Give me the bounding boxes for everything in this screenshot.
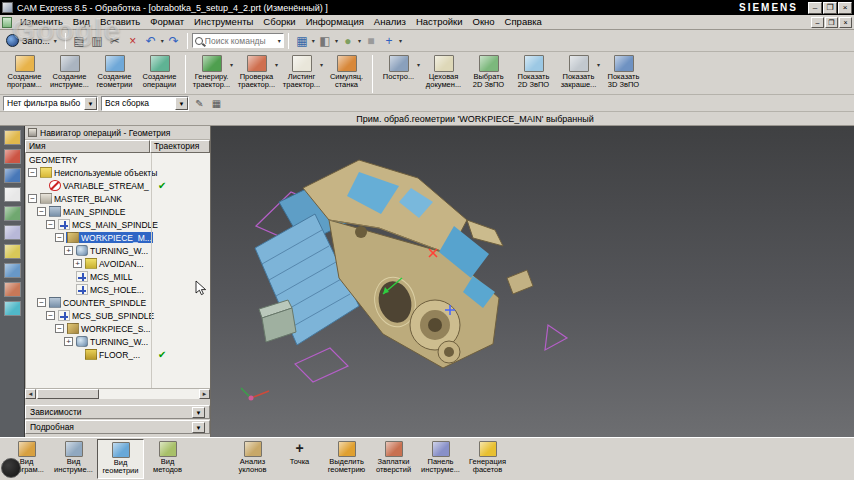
select-geometry-button[interactable]: Выделить геометрию (323, 439, 370, 479)
history-icon[interactable] (4, 263, 21, 278)
tree-row-master-blank[interactable]: −MASTER_BLANK (26, 192, 210, 205)
column-header-toolpath[interactable]: Траектория (150, 140, 210, 153)
chevron-down-icon[interactable]: ▾ (320, 61, 323, 69)
chevron-down-icon[interactable]: ▼ (192, 407, 205, 418)
machine-navigator-icon[interactable] (4, 206, 21, 221)
reuse-library-icon[interactable] (4, 225, 21, 240)
undo-icon[interactable]: ↶ (142, 32, 160, 50)
show-shaded-ipw-button[interactable]: ▾Показать закраше... (556, 53, 601, 94)
csys-display-icon[interactable]: + (380, 32, 398, 50)
tree-row-неиспользуемые-объекты[interactable]: −Неиспользуемые объекты (26, 166, 210, 179)
machining-method-view-button[interactable]: Вид методов (144, 439, 191, 479)
tree-row-floor[interactable]: FLOOR_...✔ (26, 348, 210, 361)
snap-point-icon[interactable]: ▦ (209, 96, 224, 110)
minus-expander[interactable]: − (46, 220, 55, 229)
verify-toolpath-button[interactable]: ▾Проверка траектор... (234, 53, 279, 94)
tree-row-turning-w[interactable]: +TURNING_W... (26, 335, 210, 348)
list-toolpath-button[interactable]: ▾Листинг траектор... (279, 53, 324, 94)
rendering-style-icon[interactable]: ● (339, 32, 357, 50)
minus-expander[interactable]: − (37, 207, 46, 216)
tree-row-mcs-hole[interactable]: MCS_HOLE... (26, 283, 210, 296)
show-3d-ipw-button[interactable]: Показать 3D ЗвПО (601, 53, 646, 94)
horizontal-scrollbar[interactable]: ◄ ► (25, 388, 210, 399)
print-icon[interactable]: ▤ (70, 32, 88, 50)
background-icon[interactable]: ■ (362, 32, 380, 50)
delete-icon[interactable]: × (124, 32, 142, 50)
graphics-viewport[interactable] (211, 126, 854, 437)
operation-navigator-icon[interactable] (4, 187, 21, 202)
shop-docs-button[interactable]: Цеховая докумен... (421, 53, 466, 94)
minus-expander[interactable]: − (55, 233, 64, 242)
create-tool-button[interactable]: Создание инструме... (47, 53, 92, 94)
minimize-button[interactable]: – (808, 2, 822, 14)
chevron-down-icon[interactable]: ▼ (192, 422, 205, 433)
tree-row-variable-stream[interactable]: VARIABLE_STREAM_✔ (26, 179, 210, 192)
mdi-minimize-button[interactable]: – (811, 17, 824, 28)
menu-справка[interactable]: Справка (500, 15, 547, 29)
chevron-down-icon[interactable]: ▾ (275, 61, 278, 69)
plus-expander[interactable]: + (64, 246, 73, 255)
chevron-down-icon[interactable]: ▼ (175, 97, 188, 110)
geometry-view-button[interactable]: Вид геометрии (97, 439, 144, 479)
select-2d-ipw-button[interactable]: Выбрать 2D ЗвПО (466, 53, 511, 94)
redo-icon[interactable]: ↷ (165, 32, 183, 50)
section-зависимости[interactable]: Зависимости▼ (25, 405, 210, 419)
scroll-right-icon[interactable]: ► (199, 389, 210, 399)
web-browser-icon[interactable] (4, 244, 21, 259)
close-button[interactable]: × (838, 2, 852, 14)
start-menu-button[interactable]: Запо... ▾ (3, 33, 61, 48)
maximize-button[interactable]: ❐ (823, 2, 837, 14)
create-program-button[interactable]: Создание програм... (2, 53, 47, 94)
selection-scope-select[interactable]: Вся сборка ▼ (101, 96, 189, 111)
draft-analysis-button[interactable]: Анализ уклонов (229, 439, 276, 479)
menu-информация[interactable]: Информация (301, 15, 369, 29)
create-operation-button[interactable]: Создание операции (137, 53, 182, 94)
machine-tool-view-button[interactable]: Вид инструме... (50, 439, 97, 479)
chevron-down-icon[interactable]: ▾ (417, 61, 420, 69)
hole-patches-button[interactable]: Заплатки отверстий (370, 439, 417, 479)
tree-row-mcs-main-spindle[interactable]: −MCS_MAIN_SPINDLE (26, 218, 210, 231)
search-input[interactable] (205, 36, 275, 46)
column-header-name[interactable]: Имя (25, 140, 150, 153)
part-navigator-icon[interactable] (4, 168, 21, 183)
view-orient-icon[interactable]: ◧ (316, 32, 334, 50)
tree-row-avoidan[interactable]: +AVOIDAN... (26, 257, 210, 270)
tree-row-workpiece-m[interactable]: −WORKPIECE_M... (26, 231, 210, 244)
scroll-left-icon[interactable]: ◄ (25, 389, 36, 399)
plus-expander[interactable]: + (64, 337, 73, 346)
scrollbar-thumb[interactable] (37, 389, 99, 399)
menu-окно[interactable]: Окно (468, 15, 500, 29)
copy-icon[interactable]: ▥ (88, 32, 106, 50)
mdi-restore-button[interactable]: ❐ (825, 17, 838, 28)
chevron-down-icon[interactable]: ▾ (597, 61, 600, 69)
show-2d-ipw-button[interactable]: Показать 2D ЗвПО (511, 53, 556, 94)
cut-icon[interactable]: ✂ (106, 32, 124, 50)
mdi-close-button[interactable]: × (839, 17, 852, 28)
menu-вставить[interactable]: Вставить (95, 15, 145, 29)
section-подробная[interactable]: Подробная▼ (25, 420, 210, 434)
chevron-down-icon[interactable]: ▾ (277, 37, 282, 44)
menu-настройки[interactable]: Настройки (411, 15, 468, 29)
facet-generation-button[interactable]: Генерация фасетов (464, 439, 511, 479)
assembly-navigator-icon[interactable] (4, 130, 21, 145)
tree-row-main-spindle[interactable]: −MAIN_SPINDLE (26, 205, 210, 218)
roles-icon[interactable] (4, 301, 21, 316)
menu-инструменты[interactable]: Инструменты (189, 15, 258, 29)
tree-row-workpiece-s[interactable]: −WORKPIECE_S... (26, 322, 210, 335)
palettes-icon[interactable] (4, 282, 21, 297)
tree-row-mcs-mill[interactable]: MCS_MILL (26, 270, 210, 283)
menu-вид[interactable]: Вид (68, 15, 95, 29)
tree-row-turning-w[interactable]: +TURNING_W... (26, 244, 210, 257)
window-layout-icon[interactable]: ▦ (293, 32, 311, 50)
post-button[interactable]: ▾Постро... (376, 53, 421, 94)
menu-анализ[interactable]: Анализ (369, 15, 411, 29)
selection-filter-select[interactable]: Нет фильтра выбо ▼ (3, 96, 98, 111)
minus-expander[interactable]: − (46, 311, 55, 320)
chevron-down-icon[interactable]: ▾ (398, 37, 403, 44)
edit-filter-icon[interactable]: ✎ (192, 96, 207, 110)
minus-expander[interactable]: − (28, 168, 37, 177)
tree-row-mcs-sub-spindle[interactable]: −MCS_SUB_SPINDLE (26, 309, 210, 322)
chevron-down-icon[interactable]: ▼ (84, 97, 97, 110)
menu-сборки[interactable]: Сборки (258, 15, 300, 29)
minus-expander[interactable]: − (37, 298, 46, 307)
